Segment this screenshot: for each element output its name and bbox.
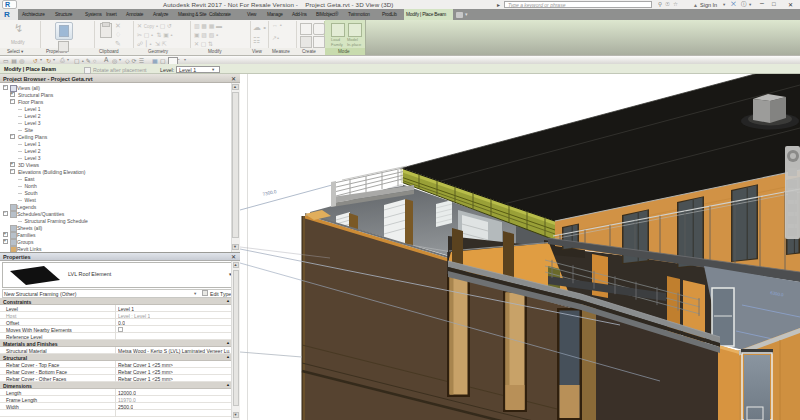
svg-text:7300.0: 7300.0 [262,189,277,197]
